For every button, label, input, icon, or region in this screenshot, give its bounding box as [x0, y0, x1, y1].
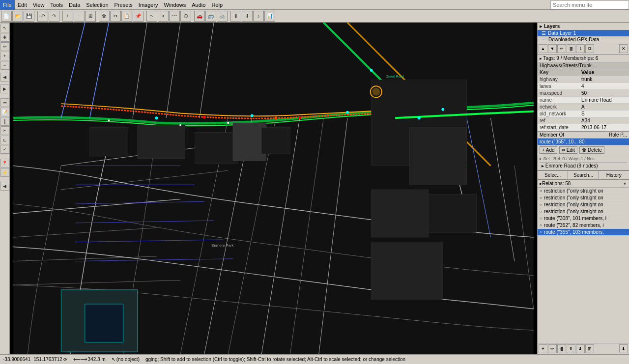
tb-upload[interactable]: ⬆	[230, 11, 241, 22]
relation-item-3[interactable]: ○ restriction ("only straight on	[538, 208, 629, 215]
relation-bullet: ○	[540, 209, 542, 214]
relations-menu-icon[interactable]: ▼	[623, 181, 627, 186]
lyr-btn-up[interactable]: ▲	[539, 44, 547, 53]
lt-draw-way[interactable]: ✏	[0, 42, 9, 51]
menu-data[interactable]: Data	[66, 0, 83, 10]
relation-item-2[interactable]: ○ restriction ("only straight on	[538, 201, 629, 208]
lt-navigate-right[interactable]: ▶	[0, 84, 9, 93]
tb-cut[interactable]: ✂	[110, 11, 121, 22]
rel-btn-2[interactable]: ✏	[548, 344, 557, 353]
lt-edit[interactable]: 📝	[0, 108, 9, 116]
relation-item-6[interactable]: ○ route ("355", 103 members,	[538, 229, 629, 236]
lat-value: -33.9006641	[3, 357, 30, 362]
relation-item-1[interactable]: ○ restriction ("only straight on	[538, 195, 629, 201]
tb-bus[interactable]: 🚌	[205, 11, 216, 22]
tab-history[interactable]: History	[599, 171, 629, 179]
tab-search[interactable]: Search...	[568, 171, 599, 179]
table-row[interactable]: refA34	[538, 117, 629, 124]
table-row[interactable]: ref:start_date2013-06-17	[538, 124, 629, 131]
add-icon: +	[542, 147, 545, 153]
tb-save[interactable]: 💾	[24, 11, 34, 22]
menu-search-input[interactable]	[550, 0, 629, 9]
lt-marker[interactable]: 📍	[0, 159, 9, 168]
lyr-btn-down[interactable]: ▼	[548, 44, 557, 53]
lt-zoom-out[interactable]: −	[0, 61, 9, 70]
table-row[interactable]: networkA	[538, 104, 629, 111]
member-active-row[interactable]: route ("355", 10... 80	[538, 139, 629, 145]
lyr-btn-close[interactable]: ✕	[619, 44, 628, 53]
rel-btn-1[interactable]: +	[539, 344, 547, 353]
tb-chart[interactable]: 📊	[264, 11, 275, 22]
table-row[interactable]: old_networkS	[538, 111, 629, 117]
tb-select[interactable]: ↖	[146, 11, 157, 22]
menu-audio[interactable]: Audio	[189, 0, 208, 10]
tb-relation[interactable]: ⬡	[180, 11, 191, 22]
menu-file[interactable]: File	[0, 0, 15, 10]
menu-view[interactable]: View	[30, 0, 48, 10]
tb-zoom-in[interactable]: +	[62, 11, 73, 22]
rel-btn-3[interactable]: 🗑	[557, 344, 566, 353]
rel-btn-6[interactable]: ⊞	[585, 344, 594, 353]
menu-help[interactable]: Help	[208, 0, 226, 10]
tb-zoom-fit[interactable]: ⊞	[85, 11, 96, 22]
relation-item-5[interactable]: ○ route ("352", 82 members, i	[538, 222, 629, 229]
tb-download[interactable]: ⬇	[242, 11, 253, 22]
table-row[interactable]: lanes4	[538, 83, 629, 90]
svg-point-48	[274, 116, 277, 119]
menu-selection[interactable]: Selection	[83, 0, 111, 10]
rel-btn-download[interactable]: ⬇	[619, 344, 628, 353]
lyr-btn-edit[interactable]: ✏	[557, 44, 566, 53]
table-row[interactable]: nameEnmore Road	[538, 97, 629, 104]
map-canvas[interactable]: 75.2 m	[10, 23, 537, 354]
member-delete-btn[interactable]: 🗑 Delete	[579, 146, 604, 154]
tb-copy[interactable]: 📋	[121, 11, 132, 22]
lyr-btn-merge[interactable]: ⤵	[576, 44, 585, 53]
member-add-btn[interactable]: + Add	[540, 146, 557, 154]
layer-item-data1[interactable]: ☰ Data Layer 1	[538, 30, 629, 36]
lyr-btn-delete[interactable]: 🗑	[567, 44, 575, 53]
tb-new[interactable]: 📄	[1, 11, 12, 22]
map-svg[interactable]: Green Road Enmore Park	[10, 23, 537, 354]
relation-item-4[interactable]: ○ route ("308", 101 members, i	[538, 215, 629, 222]
tb-undo[interactable]: ↶	[37, 11, 48, 22]
tb-audio[interactable]: ♪	[253, 11, 264, 22]
lt-add[interactable]: ☰	[0, 98, 9, 107]
lt-expand-left[interactable]: ◀	[0, 182, 9, 191]
tab-select[interactable]: Selec...	[538, 171, 568, 179]
tb-car[interactable]: 🚗	[194, 11, 205, 22]
tb-zoom-out[interactable]: −	[74, 11, 85, 22]
lt-align[interactable]: ⊾	[0, 136, 9, 144]
table-row[interactable]: highwaytrunk	[538, 76, 629, 83]
menu-edit[interactable]: Edit	[15, 0, 30, 10]
table-row[interactable]: maxspeed50	[538, 90, 629, 97]
tb-redo[interactable]: ↷	[49, 11, 59, 22]
member-section: Member Of Role P... route ("355", 10... …	[538, 132, 629, 155]
tb-way[interactable]: 〰	[169, 11, 180, 22]
menu-windows[interactable]: Windows	[161, 0, 189, 10]
lt-check[interactable]: ✓	[0, 145, 9, 154]
menu-tools[interactable]: Tools	[47, 0, 66, 10]
lt-split[interactable]: ✂	[0, 126, 9, 135]
menu-presets[interactable]: Presets	[112, 0, 136, 10]
lt-add-node[interactable]: ✚	[0, 33, 9, 42]
tb-open[interactable]: 📂	[12, 11, 23, 22]
layer-item-gpx[interactable]: 〰 Downloaded GPX Data	[538, 36, 629, 43]
enmore-road-item[interactable]: ▸ Enmore Road (9 nodes)	[540, 163, 627, 169]
menu-imagery[interactable]: Imagery	[136, 0, 161, 10]
tb-bike[interactable]: 🚲	[217, 11, 228, 22]
tb-node[interactable]: •	[158, 11, 169, 22]
rel-btn-4[interactable]: ⬆	[567, 344, 575, 353]
lt-navigate-left[interactable]: ◀	[0, 73, 9, 82]
tb-delete[interactable]: 🗑	[99, 11, 110, 22]
lt-parallel[interactable]: ‖	[0, 117, 9, 126]
tags-header: ▸ Tags: 9 / Memberships: 6	[538, 55, 629, 62]
lyr-btn-duplicate[interactable]: ⧉	[585, 44, 594, 53]
sel-expand-icon: ▸	[540, 156, 542, 161]
member-edit-btn[interactable]: ✏ Edit	[559, 146, 577, 154]
relation-item-0[interactable]: ○ restriction ("only straight on	[538, 188, 629, 195]
lt-zoom-in[interactable]: +	[0, 52, 9, 60]
lt-select-arrow[interactable]: ↖	[0, 24, 9, 32]
lt-route[interactable]: ⚡	[0, 168, 9, 177]
rel-btn-5[interactable]: ⬇	[576, 344, 585, 353]
tb-paste[interactable]: 📌	[133, 11, 143, 22]
